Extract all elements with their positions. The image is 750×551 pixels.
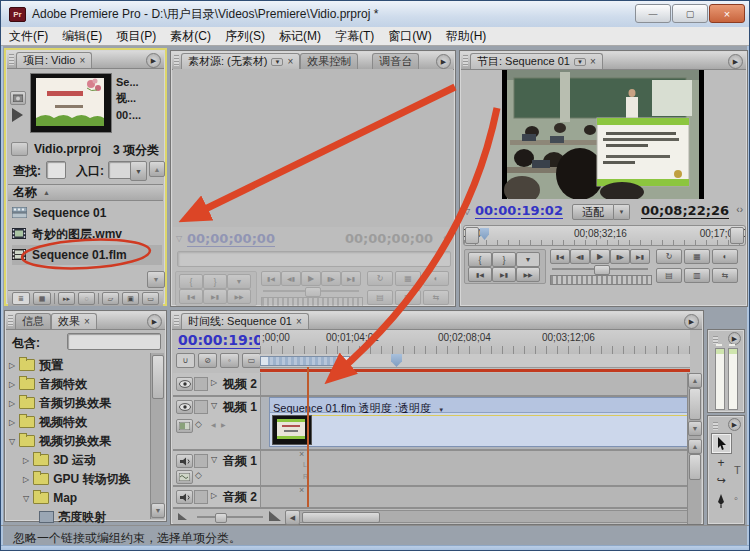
program-dropdown-icon[interactable]: ▼	[574, 58, 586, 66]
chevron-right-icon[interactable]: ▷	[9, 361, 15, 370]
keyframe-next-icon[interactable]: ▶	[221, 421, 226, 428]
list-item-selected[interactable]: Sequence 01.flm	[12, 245, 162, 265]
timeline-vscrollbar[interactable]: ▲ ▼ ▲	[687, 373, 701, 524]
loop-button[interactable]: ↻	[656, 249, 682, 264]
play-button[interactable]: ▶	[590, 249, 610, 264]
panel-grip[interactable]	[8, 315, 13, 326]
tab-audio-mixer[interactable]: 调音台	[372, 53, 419, 69]
scroll-down-icon[interactable]: ▼	[688, 421, 702, 436]
tree-item[interactable]: ▷ 预置	[9, 356, 63, 374]
track-lock-box[interactable]	[194, 490, 208, 504]
list-item[interactable]: Sequence 01	[12, 203, 106, 223]
scroll-up-icon[interactable]: ▲	[688, 373, 702, 388]
play-in-out-button[interactable]: ▶▶	[227, 289, 251, 304]
goto-in-button[interactable]: ▮◀	[468, 267, 492, 282]
goto-previous-edit-button[interactable]: ▮◀	[550, 249, 570, 264]
export-frame-button[interactable]: ⇆	[712, 268, 738, 283]
entry-select[interactable]	[108, 161, 132, 179]
type-tool-button[interactable]: T	[734, 464, 741, 476]
fit-dropdown-icon[interactable]: ▼	[614, 204, 630, 220]
program-current-timecode[interactable]: 00:00:19:02	[475, 203, 563, 219]
export-button[interactable]: ⇆	[423, 290, 449, 305]
new-item-button[interactable]: ▣	[122, 292, 139, 305]
tab-close-icon[interactable]: ×	[590, 56, 596, 67]
timeline-hscrollbar[interactable]	[299, 510, 690, 523]
chevron-right-icon[interactable]: ▷	[23, 456, 29, 465]
tree-item[interactable]: ▷ 音频切换效果	[9, 394, 111, 412]
maximize-button[interactable]: ▢	[672, 4, 708, 23]
resize-handle-icon[interactable]: ‹›	[736, 204, 743, 215]
tab-close-icon[interactable]: ×	[84, 316, 90, 327]
step-forward-button[interactable]: ▮▶	[610, 249, 630, 264]
panel-grip[interactable]	[9, 54, 14, 65]
panel-menu-icon[interactable]: ▶	[684, 314, 699, 329]
toggle-track-output-eye-icon[interactable]	[176, 400, 193, 414]
set-encore-chapter-button[interactable]: ⊘	[198, 353, 217, 368]
timeline-ruler[interactable]: ;00;00 00;01;04;02 00;02;08;04 00;03;12;…	[260, 330, 690, 355]
panel-grip[interactable]	[713, 336, 718, 344]
track-name[interactable]: 视频 2	[223, 376, 257, 393]
goto-next-edit-button[interactable]: ▶▮	[341, 271, 361, 286]
set-display-style-icon[interactable]	[176, 470, 193, 484]
set-display-style-icon[interactable]	[176, 419, 193, 433]
toggle-track-output-eye-icon[interactable]	[176, 377, 193, 391]
automate-to-sequence-button[interactable]: ▸▸	[58, 292, 75, 305]
work-area-bar[interactable]	[260, 356, 350, 366]
panel-menu-icon[interactable]: ▶	[146, 53, 161, 68]
marker-menu-button[interactable]: ▭	[242, 353, 261, 368]
timeline-cti-playhead[interactable]	[391, 354, 402, 367]
step-back-button[interactable]: ◀▮	[570, 249, 590, 264]
keyframe-nav-icon[interactable]: ◇	[195, 470, 202, 480]
tab-project[interactable]: 项目: Vidio ×	[16, 52, 92, 68]
icon-view-button[interactable]: ▦	[33, 292, 51, 305]
list-item[interactable]: 奇妙的图层.wmv	[12, 224, 122, 244]
slip-tool-button[interactable]: ↪	[714, 474, 728, 488]
minimize-button[interactable]: —	[635, 4, 671, 23]
loop-button[interactable]: ↻	[367, 271, 393, 286]
panel-menu-icon[interactable]: ▶	[728, 418, 741, 431]
track-name[interactable]: 音频 2	[223, 489, 257, 506]
tab-program[interactable]: 节目: Sequence 01 ▼ ×	[470, 53, 603, 69]
menu-project[interactable]: 项目(P)	[116, 28, 156, 45]
jog-disk[interactable]	[550, 275, 652, 285]
viewing-area-right-handle[interactable]	[730, 227, 744, 244]
menu-clip[interactable]: 素材(C)	[170, 28, 211, 45]
jog-disk[interactable]	[261, 297, 363, 307]
chevron-right-icon[interactable]: ▷	[9, 380, 15, 389]
program-ruler[interactable]: 00;00 00;08;32;16 00;17;05;0	[463, 225, 746, 246]
close-button[interactable]: ×	[709, 4, 745, 23]
list-scroll-down-icon[interactable]: ▼	[147, 271, 165, 288]
find-input[interactable]	[46, 161, 66, 179]
tree-item[interactable]: ▷ 音频特效	[9, 375, 87, 393]
menu-edit[interactable]: 编辑(E)	[62, 28, 102, 45]
zoom-in-icon[interactable]	[269, 511, 281, 521]
contains-input[interactable]	[67, 333, 161, 350]
track-lock-box[interactable]	[194, 454, 208, 468]
panel-menu-icon[interactable]: ▶	[436, 54, 451, 69]
safe-margins-button[interactable]: ▦	[395, 271, 421, 286]
set-marker-button[interactable]: ◦	[220, 353, 239, 368]
insert-button[interactable]: ▤	[367, 290, 393, 305]
play-in-out-button[interactable]: ▶▶	[516, 267, 540, 282]
marker-menu-icon[interactable]: ▽	[176, 234, 182, 243]
menu-title[interactable]: 字幕(T)	[335, 28, 374, 45]
keyframe-nav-icon[interactable]: ◇	[195, 419, 202, 429]
goto-out-button[interactable]: ▶▮	[203, 289, 227, 304]
expand-track-icon[interactable]: ▽	[211, 455, 217, 464]
lift-button[interactable]: ▤	[656, 268, 682, 283]
set-marker-button[interactable]: ▼	[227, 274, 251, 289]
panel-menu-icon[interactable]: ▶	[147, 314, 162, 329]
source-dropdown-icon[interactable]: ▼	[271, 58, 283, 66]
timeline-zoom-slider[interactable]	[197, 516, 263, 518]
menu-window[interactable]: 窗口(W)	[388, 28, 431, 45]
tab-source[interactable]: 素材源: (无素材) ▼ ×	[181, 53, 300, 69]
chevron-right-icon[interactable]: ▷	[9, 399, 15, 408]
track-lock-box[interactable]	[194, 377, 208, 391]
poster-frame-camera-icon[interactable]	[10, 91, 26, 105]
set-in-button[interactable]: {	[468, 252, 492, 267]
tab-effect-controls[interactable]: 效果控制	[300, 53, 358, 69]
name-column-header[interactable]: 名称 ▲	[8, 184, 163, 201]
effects-scrollbar[interactable]: ▼	[150, 353, 164, 519]
chevron-down-icon[interactable]: ▽	[9, 437, 15, 446]
step-back-button[interactable]: ◀▮	[281, 271, 301, 286]
